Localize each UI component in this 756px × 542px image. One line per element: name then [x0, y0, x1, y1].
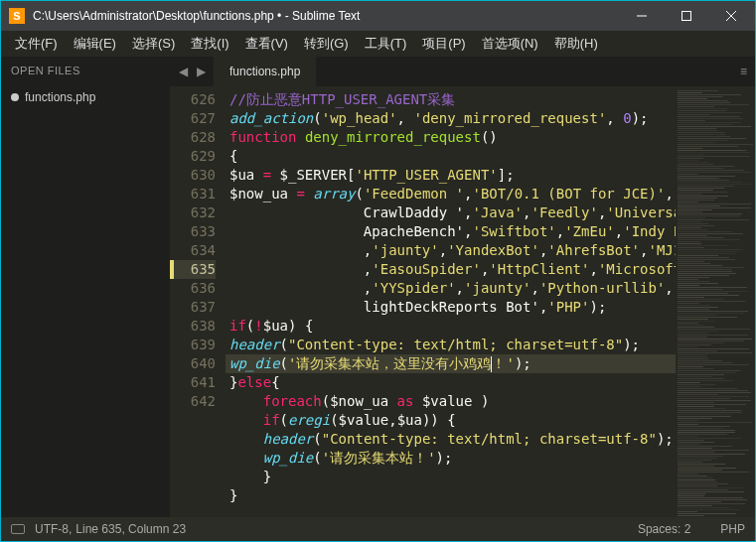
menu-view[interactable]: 查看(V)	[237, 32, 296, 56]
status-syntax[interactable]: PHP	[720, 522, 745, 536]
line-highlight-marker	[170, 260, 174, 279]
window-title: C:\Users\Administrator\Desktop\functions…	[33, 9, 619, 23]
close-button[interactable]	[708, 2, 753, 30]
svg-rect-1	[681, 12, 690, 21]
status-bar: UTF-8, Line 635, Column 23 Spaces: 2 PHP	[1, 517, 755, 541]
tab-next-icon[interactable]: ▶	[192, 63, 210, 80]
maximize-button[interactable]	[664, 2, 708, 30]
editor[interactable]: 626 627 628 629 630 631 632 633 634 635 …	[170, 86, 755, 517]
status-indentation[interactable]: Spaces: 2	[638, 522, 690, 536]
tab-menu-button[interactable]: ≡	[740, 57, 747, 86]
sidebar: functions.php	[1, 86, 170, 517]
tab-functions[interactable]: functions.php	[214, 57, 316, 86]
menu-tools[interactable]: 工具(T)	[357, 32, 415, 56]
code-area[interactable]: //防止恶意HTTP_USER_AGENT采集add_action('wp_he…	[226, 86, 676, 517]
menu-goto[interactable]: 转到(G)	[296, 32, 357, 56]
menu-edit[interactable]: 编辑(E)	[66, 32, 124, 56]
menu-bar: 文件(F) 编辑(E) 选择(S) 查找(I) 查看(V) 转到(G) 工具(T…	[1, 31, 755, 57]
menu-project[interactable]: 项目(P)	[414, 32, 473, 56]
tab-prev-icon[interactable]: ◀	[174, 63, 192, 80]
modified-dot-icon	[11, 93, 19, 101]
status-encoding[interactable]: UTF-8,	[35, 522, 72, 536]
menu-preferences[interactable]: 首选项(N)	[474, 32, 546, 56]
menu-help[interactable]: 帮助(H)	[546, 32, 606, 56]
title-bar: S C:\Users\Administrator\Desktop\functio…	[1, 1, 755, 31]
app-icon: S	[9, 8, 25, 24]
open-file-label: functions.php	[25, 90, 95, 104]
minimap[interactable]	[676, 86, 755, 517]
menu-find[interactable]: 查找(I)	[183, 32, 236, 56]
menu-selection[interactable]: 选择(S)	[124, 32, 183, 56]
open-file-item[interactable]: functions.php	[1, 86, 170, 108]
minimize-button[interactable]	[619, 2, 664, 30]
open-files-header: OPEN FILES	[1, 57, 170, 86]
line-numbers: 626 627 628 629 630 631 632 633 634 635 …	[170, 86, 226, 517]
status-panel-icon[interactable]	[11, 524, 25, 534]
status-position[interactable]: Line 635, Column 23	[76, 522, 186, 536]
menu-file[interactable]: 文件(F)	[7, 32, 66, 56]
